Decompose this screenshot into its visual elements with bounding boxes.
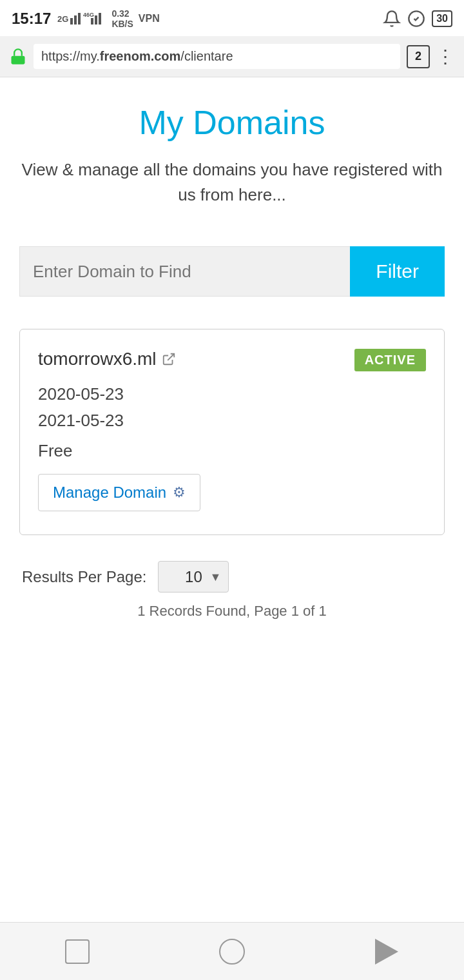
svg-rect-6 <box>95 15 97 24</box>
ssl-lock-icon <box>9 48 27 66</box>
browser-bar: https://my.freenom.com/clientare 2 ⋮ <box>0 36 464 77</box>
lock-circle-icon <box>407 10 425 28</box>
results-per-page-select[interactable]: 10 25 50 100 <box>158 561 229 593</box>
status-time: 15:17 <box>12 10 51 28</box>
tab-count[interactable]: 2 <box>407 45 430 68</box>
results-per-page-select-wrapper[interactable]: 10 25 50 100 <box>158 561 229 593</box>
status-badge: ACTIVE <box>354 349 426 371</box>
domain-card-header: tomorrowx6.ml ACTIVE <box>38 349 426 371</box>
filter-button[interactable]: Filter <box>350 246 445 297</box>
status-bar: 15:17 2G 46G 0.32KB/S VPN <box>0 0 464 36</box>
registration-date: 2020-05-23 <box>38 384 426 404</box>
url-text: https://my.freenom.com/clientare <box>41 49 233 63</box>
signal-indicators: 2G 46G <box>57 9 109 29</box>
page-subtitle: View & manage all the domains you have r… <box>19 157 445 208</box>
battery-indicator: 30 <box>432 10 452 27</box>
records-info: 1 Records Found, Page 1 of 1 <box>19 603 445 620</box>
browser-menu-button[interactable]: ⋮ <box>436 46 455 67</box>
svg-rect-3 <box>78 13 81 24</box>
svg-text:46G: 46G <box>83 12 94 18</box>
svg-rect-7 <box>99 13 101 24</box>
expiry-date: 2021-05-23 <box>38 411 426 431</box>
square-icon <box>65 939 90 964</box>
svg-text:2G: 2G <box>57 14 68 24</box>
page-content: My Domains View & manage all the domains… <box>0 77 464 710</box>
domain-price: Free <box>38 441 426 461</box>
manage-domain-button[interactable]: Manage Domain ⚙ <box>38 474 200 511</box>
vpn-label: VPN <box>139 13 160 24</box>
data-speed: 0.32KB/S <box>111 8 133 29</box>
nav-recent-apps-button[interactable] <box>58 932 97 971</box>
page-title: My Domains <box>19 103 445 142</box>
svg-rect-1 <box>70 18 73 24</box>
bottom-nav <box>0 922 464 980</box>
search-input[interactable] <box>19 246 350 297</box>
nav-home-button[interactable] <box>213 932 251 971</box>
nav-back-button[interactable] <box>367 932 406 971</box>
bell-icon <box>383 10 401 28</box>
triangle-icon <box>375 939 398 965</box>
status-left: 15:17 2G 46G 0.32KB/S VPN <box>12 8 160 29</box>
svg-line-10 <box>168 354 174 360</box>
pagination-row: Results Per Page: 10 25 50 100 <box>19 561 445 593</box>
gear-icon: ⚙ <box>173 484 186 501</box>
svg-rect-5 <box>91 18 93 24</box>
circle-icon <box>219 939 245 965</box>
domain-card: tomorrowx6.ml ACTIVE 2020-05-23 2021-05-… <box>19 329 445 535</box>
domain-name: tomorrowx6.ml <box>38 349 176 369</box>
svg-rect-2 <box>74 15 77 24</box>
external-link-icon[interactable] <box>162 352 176 366</box>
search-row: Filter <box>19 246 445 297</box>
results-per-page-label: Results Per Page: <box>22 568 146 586</box>
url-bar[interactable]: https://my.freenom.com/clientare <box>34 44 400 69</box>
status-right: 30 <box>383 10 452 28</box>
